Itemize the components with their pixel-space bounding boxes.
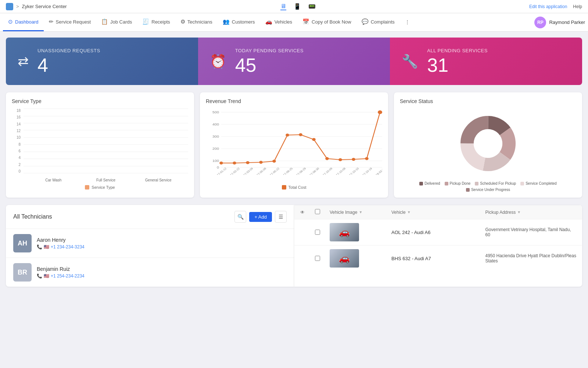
svg-text:300: 300	[212, 135, 219, 138]
list-item[interactable]: AH Aaron Henry 📞 🇺🇸 +1 234-234-3234	[6, 229, 294, 258]
today-pending-label: TODAY PENDING SERVICES	[235, 48, 304, 53]
nav-receipts[interactable]: 🧾 Receipts	[137, 13, 175, 31]
phone-number-benjamin: +1 254-234-2234	[51, 273, 85, 279]
service-request-icon: ✏	[49, 18, 54, 25]
nav-vehicles[interactable]: 🚗 Vehicles	[260, 13, 297, 31]
top-bar-left: > Zyker Service Center	[6, 3, 67, 10]
list-item[interactable]: BR Benjamin Ruiz 📞 🇺🇸 +1 254-234-2234	[6, 258, 294, 287]
service-status-title: Service Status	[400, 98, 576, 104]
device-switcher: 🖥 📱 📟	[280, 3, 316, 10]
nav-dashboard[interactable]: ⊙ Dashboard	[3, 13, 44, 31]
legend-sq-delivered	[419, 182, 423, 185]
y-axis: 0 2 4 6 8 10 12 14 16 18	[12, 109, 22, 173]
service-status-chart: Service Status	[394, 92, 582, 198]
tech-phone-benjamin: 📞 🇺🇸 +1 254-234-2234	[37, 273, 85, 279]
dashboard-icon: ⊙	[8, 18, 13, 25]
select-all-checkbox[interactable]	[315, 209, 320, 214]
technicians-icon: ⚙	[180, 18, 185, 25]
svg-point-23	[365, 157, 369, 160]
stat-card-today-pending: ⏰ TODAY PENDING SERVICES 45	[198, 38, 390, 85]
flag-benjamin: 🇺🇸	[44, 273, 49, 279]
col-pickup-address[interactable]: Pickup Address ▼	[485, 210, 577, 215]
nav-complaints-label: Complaints	[371, 19, 395, 25]
svg-text:2017-05-22: 2017-05-22	[266, 167, 280, 175]
line-chart-wrap: 0 100 200 300 400 500	[206, 109, 382, 182]
donut-container	[400, 109, 576, 178]
add-technician-button[interactable]: + Add	[249, 212, 272, 222]
desktop-icon[interactable]: 🖥	[280, 3, 286, 10]
app-name: Zyker Service Center	[22, 4, 67, 9]
technicians-panel: All Technicians 🔍 + Add ☰ AH Aaron Henry	[6, 205, 294, 287]
nav-customers-label: Customers	[232, 19, 255, 25]
svg-point-24	[378, 110, 382, 114]
row-check-1[interactable]	[315, 230, 320, 235]
legend-label-service-completed: Service Completed	[526, 181, 556, 185]
user-avatar-wrap[interactable]: RP Raymond Parker	[534, 17, 585, 28]
phone-icon-2: 📞	[37, 273, 42, 279]
tech-name-aaron: Aaron Henry	[37, 237, 85, 243]
revenue-legend-label: Total Cost	[288, 185, 306, 190]
tech-info-benjamin: Benjamin Ruiz 📞 🇺🇸 +1 254-234-2234	[37, 266, 85, 279]
vehicles-panel: 👁 Vehicle Image ▼ Vehicle ▼ Pickup Addre…	[294, 205, 582, 287]
donut-legend: Delivered Pickup Done Scheduled For Pick…	[400, 181, 576, 192]
legend-scheduled-pickup: Scheduled For Pickup	[475, 181, 516, 185]
top-bar-right: Edit this application Help	[529, 4, 582, 9]
avatar-initials: RP	[537, 20, 544, 25]
filter-button[interactable]: ☰	[275, 211, 287, 223]
service-type-chart: Service Type 0 2 4 6 8 10 12 14 16 18	[6, 92, 194, 198]
revenue-trend-legend: Total Cost	[206, 185, 382, 190]
svg-point-18	[299, 133, 302, 136]
svg-text:2017-02-22: 2017-02-22	[227, 167, 240, 175]
svg-text:2017-10-19: 2017-10-19	[359, 167, 373, 175]
donut-hole	[474, 129, 502, 158]
nav-job-cards[interactable]: 📋 Job Cards	[96, 13, 137, 31]
tablet-icon[interactable]: 📱	[294, 3, 301, 10]
svg-text:500: 500	[212, 110, 219, 114]
nav-customers[interactable]: 👥 Customers	[218, 13, 260, 31]
col-vehicle[interactable]: Vehicle ▼	[391, 210, 483, 215]
donut-svg	[453, 109, 523, 178]
user-name: Raymond Parker	[549, 20, 585, 25]
add-technician-label: + Add	[254, 214, 267, 220]
sort-vehicle-image-icon: ▼	[359, 210, 362, 214]
col-vehicle-image[interactable]: Vehicle Image ▼	[330, 210, 388, 215]
nav-service-request-label: Service Request	[56, 19, 91, 25]
legend-delivered: Delivered	[419, 181, 440, 185]
phone-number-aaron: +1 234-234-3234	[51, 244, 85, 250]
edit-app-label[interactable]: Edit this application	[529, 4, 567, 9]
legend-color-dot	[85, 185, 89, 190]
row-check-2[interactable]	[315, 256, 320, 261]
legend-pickup-done: Pickup Done	[445, 181, 471, 185]
nav-copy-book-now[interactable]: 📅 Copy of Book Now	[297, 13, 356, 31]
vehicle-address-2: 4950 Hacienda Drive Hyatt Place Dublin/P…	[485, 253, 577, 263]
nav-technicians[interactable]: ⚙ Technicians	[175, 13, 218, 31]
tech-info-aaron: Aaron Henry 📞 🇺🇸 +1 234-234-3234	[37, 237, 85, 250]
today-pending-icon: ⏰	[210, 54, 226, 69]
svg-text:200: 200	[212, 147, 219, 151]
nav-complaints[interactable]: 💬 Complaints	[356, 13, 400, 31]
svg-text:400: 400	[212, 123, 219, 126]
search-button[interactable]: 🔍	[234, 211, 246, 223]
revenue-trend-chart: Revenue Trend 0 100 200 300 400 500	[200, 92, 388, 198]
nav-more[interactable]: ⋮	[400, 13, 415, 31]
svg-point-22	[352, 158, 355, 161]
nav-copy-book-now-label: Copy of Book Now	[312, 19, 351, 25]
job-cards-icon: 📋	[101, 18, 108, 25]
all-pending-info: ALL PENDING SERVICES 31	[427, 48, 488, 75]
svg-text:2017-01-12: 2017-01-12	[214, 167, 227, 175]
legend-sq-scheduled-pickup	[475, 182, 478, 185]
svg-point-21	[338, 158, 342, 161]
mobile-icon[interactable]: 📟	[308, 3, 316, 10]
help-label[interactable]: Help	[573, 4, 582, 9]
nav-service-request[interactable]: ✏ Service Request	[44, 13, 96, 31]
svg-point-13	[233, 162, 236, 164]
nav-vehicles-label: Vehicles	[275, 19, 292, 25]
col-vehicle-image-label: Vehicle Image	[330, 210, 357, 215]
avatar: RP	[534, 17, 546, 28]
copy-book-now-icon: 📅	[302, 18, 309, 25]
svg-text:2018-02-09: 2018-02-09	[372, 167, 382, 175]
vehicle-thumb-2: 🚗	[330, 249, 359, 268]
legend-label-scheduled-pickup: Scheduled For Pickup	[480, 181, 516, 185]
vehicle-name-2: BHS 632 - Audi A7	[391, 256, 483, 261]
charts-row: Service Type 0 2 4 6 8 10 12 14 16 18	[6, 92, 582, 198]
